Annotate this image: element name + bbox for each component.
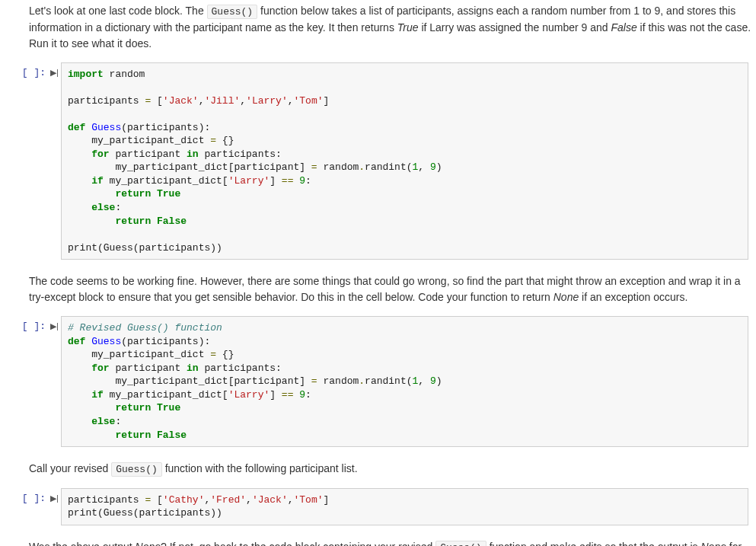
emphasis: True xyxy=(397,21,419,34)
text: if an exception occurs. xyxy=(579,291,687,303)
markdown-cell-instructions: The code seems to be working fine. Howev… xyxy=(0,270,756,308)
code-input[interactable]: participants = ['Cathy','Fred','Jack','T… xyxy=(61,488,748,525)
code-input[interactable]: import random participants = ['Jack','Ji… xyxy=(61,62,748,260)
emphasis: None xyxy=(553,291,579,303)
text: Call your revised xyxy=(29,462,111,474)
input-prompt: [ ]: xyxy=(0,488,50,504)
emphasis: False xyxy=(611,21,636,34)
notebook-container: Let's look at one last code block. The G… xyxy=(0,0,756,546)
input-prompt: [ ]: xyxy=(0,62,50,78)
emphasis: None xyxy=(701,541,726,546)
input-prompt: [ ]: xyxy=(0,316,50,332)
text: function with the following participant … xyxy=(162,462,358,474)
markdown-cell-call: Call your revised Guess() function with … xyxy=(0,458,756,481)
text: Was the above output xyxy=(29,541,136,546)
code-cell-1[interactable]: [ ]: ▶| import random participants = ['J… xyxy=(0,62,756,260)
text: ? If not, go back to the code block cont… xyxy=(161,541,435,546)
run-icon[interactable]: ▶| xyxy=(50,62,61,78)
code-cell-2[interactable]: [ ]: ▶| # Revised Guess() function def G… xyxy=(0,316,756,447)
inline-code: Guess() xyxy=(111,462,162,477)
markdown-cell-conclusion: Was the above output None? If not, go ba… xyxy=(0,536,756,546)
text: if Larry was assigned the number 9 and xyxy=(419,21,611,34)
markdown-cell-intro: Let's look at one last code block. The G… xyxy=(0,0,756,55)
code-input[interactable]: # Revised Guess() function def Guess(par… xyxy=(61,316,748,447)
text: function and make edits so that the outp… xyxy=(486,541,701,546)
inline-code: Guess() xyxy=(207,5,258,19)
emphasis: None xyxy=(136,541,161,546)
text: Let's look at one last code block. The xyxy=(29,5,207,17)
inline-code: Guess() xyxy=(435,541,486,546)
run-icon[interactable]: ▶| xyxy=(50,488,61,503)
code-cell-3[interactable]: [ ]: ▶| participants = ['Cathy','Fred','… xyxy=(0,488,756,525)
run-icon[interactable]: ▶| xyxy=(50,316,61,331)
